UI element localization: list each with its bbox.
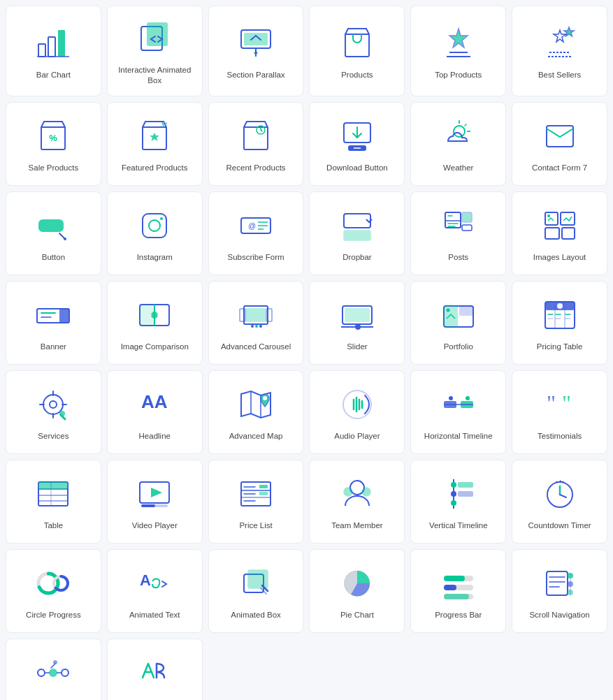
svg-rect-5 — [147, 22, 168, 46]
svg-point-69 — [50, 401, 57, 408]
widget-card-price-list[interactable]: Price List — [208, 460, 304, 544]
svg-rect-2 — [58, 30, 65, 57]
widget-card-countdown-timer[interactable]: Countdown Timer — [512, 460, 607, 544]
bar-chart-label: Bar Chart — [36, 70, 71, 80]
svg-point-143 — [53, 660, 57, 664]
widget-card-section-parallax[interactable]: Section Parallax — [208, 6, 304, 96]
instagram-icon — [135, 206, 174, 245]
svg-point-22 — [149, 220, 160, 231]
widget-card-featured-products[interactable]: Featured Products — [107, 102, 203, 186]
audio-player-icon — [338, 385, 377, 424]
svg-rect-56 — [345, 308, 370, 322]
svg-rect-19 — [38, 219, 64, 232]
widget-card-scroll-navigation[interactable]: Scroll Navigation — [512, 549, 607, 633]
sale-products-icon: % — [34, 117, 73, 156]
svg-text:A: A — [140, 571, 151, 589]
widget-card-top-products[interactable]: Top Products — [410, 6, 506, 96]
widget-card-download-button[interactable]: Download Button — [309, 102, 405, 186]
widget-card-banner[interactable]: Banner — [6, 281, 101, 365]
svg-point-83 — [449, 396, 453, 400]
widget-card-advanced-map[interactable]: Advanced Map — [208, 370, 304, 454]
widget-grid: Bar Chart Interactive Animated Box Secti… — [6, 6, 607, 700]
svg-point-68 — [43, 395, 63, 414]
table-icon — [34, 474, 73, 513]
widget-card-posts[interactable]: Posts — [410, 191, 506, 275]
image-comparison-label: Image Comparison — [121, 342, 189, 352]
widget-card-pricing-table[interactable]: Pricing Table — [512, 281, 607, 365]
scroll-navigation-label: Scroll Navigation — [529, 610, 589, 620]
svg-rect-33 — [462, 212, 472, 222]
svg-line-115 — [560, 481, 561, 482]
widget-card-pie-chart[interactable]: Pie Chart — [309, 549, 405, 633]
team-member-label: Team Member — [331, 520, 383, 531]
svg-rect-0 — [38, 44, 45, 57]
video-player-label: Video Player — [132, 520, 178, 531]
widget-card-dropbar[interactable]: Dropbar — [309, 191, 405, 275]
svg-point-84 — [466, 396, 470, 400]
dropbar-label: Dropbar — [342, 252, 372, 263]
svg-point-106 — [362, 488, 370, 496]
contact-form-7-label: Contact Form 7 — [532, 163, 587, 173]
widget-card-weather[interactable]: Weather — [410, 102, 506, 186]
widget-card-slider[interactable]: Slider — [309, 281, 405, 365]
widget-card-vertical-timeline[interactable]: Vertical Timeline — [410, 460, 506, 544]
widget-card-bar-chart[interactable]: Bar Chart — [6, 6, 101, 96]
circle-progress-icon — [34, 564, 73, 603]
widget-card-animated-box[interactable]: Animated Box — [208, 549, 304, 633]
widget-card-subscribe-form[interactable]: @ Subscribe Form — [208, 191, 304, 275]
banner-label: Banner — [41, 342, 66, 352]
progress-bar-icon — [439, 564, 478, 603]
widget-card-video-player[interactable]: Video Player — [107, 460, 203, 544]
svg-rect-47 — [140, 305, 154, 326]
slider-label: Slider — [347, 342, 367, 352]
featured-products-icon — [135, 117, 174, 156]
widget-card-advanced-carousel[interactable]: Advanced Carousel — [208, 281, 304, 365]
instagram-label: Instagram — [137, 252, 173, 263]
svg-rect-127 — [444, 585, 456, 590]
widget-card-recent-products[interactable]: Recent Products — [208, 102, 304, 186]
svg-rect-91 — [38, 482, 68, 489]
svg-point-109 — [451, 491, 456, 497]
recent-products-label: Recent Products — [226, 163, 286, 173]
widget-card-inline-svg[interactable]: Inline SVG — [6, 639, 101, 700]
widget-card-best-sellers[interactable]: Best Sellers — [512, 6, 607, 96]
animated-box-icon — [236, 564, 275, 603]
svg-point-62 — [446, 309, 449, 312]
dropbar-icon — [338, 206, 377, 245]
svg-rect-99 — [259, 485, 268, 488]
widget-card-horizontal-timeline[interactable]: Horizontal Timeline — [410, 370, 506, 454]
widget-card-image-comparison[interactable]: Image Comparison — [107, 281, 203, 365]
pie-chart-label: Pie Chart — [340, 610, 374, 620]
widget-card-contact-form-7[interactable]: Contact Form 7 — [512, 102, 607, 186]
widget-card-services[interactable]: Services — [6, 370, 101, 454]
widget-card-interactive-animated-box[interactable]: Interactive Animated Box — [107, 6, 203, 96]
svg-rect-95 — [141, 504, 155, 507]
widget-card-testimonials[interactable]: " " Testimonials — [512, 370, 607, 454]
svg-rect-21 — [143, 214, 166, 238]
svg-rect-30 — [344, 231, 370, 240]
widget-card-instagram[interactable]: Instagram — [107, 191, 203, 275]
widget-card-sale-products[interactable]: % Sale Products — [6, 102, 101, 186]
widget-card-images-layout[interactable]: Images Layout — [512, 191, 607, 275]
sale-products-label: Sale Products — [29, 163, 79, 173]
pie-chart-icon — [338, 564, 377, 603]
widget-card-audio-player[interactable]: Audio Player — [309, 370, 405, 454]
widget-card-products[interactable]: Products — [309, 6, 405, 96]
video-player-icon — [135, 474, 174, 513]
widget-card-team-member[interactable]: Team Member — [309, 460, 405, 544]
widget-card-circle-progress[interactable]: Circle Progress — [6, 549, 101, 633]
products-icon — [338, 24, 377, 63]
svg-rect-1 — [48, 37, 55, 57]
svg-rect-122 — [248, 570, 268, 588]
svg-point-139 — [50, 669, 57, 676]
widget-card-animated-text[interactable]: A Animated Text — [107, 549, 203, 633]
widget-card-table[interactable]: Table — [6, 460, 101, 544]
posts-label: Posts — [448, 252, 468, 263]
widget-card-progress-bar[interactable]: Progress Bar — [410, 549, 506, 633]
widget-card-portfolio[interactable]: Portfolio — [410, 281, 506, 365]
widget-card-button[interactable]: Button — [6, 191, 101, 275]
widget-card-headline[interactable]: AA Headline — [107, 370, 203, 454]
svg-point-74 — [59, 411, 65, 416]
widget-card-logo-showcase[interactable]: Logo showcase — [107, 639, 203, 700]
vertical-timeline-label: Vertical Timeline — [429, 520, 488, 531]
